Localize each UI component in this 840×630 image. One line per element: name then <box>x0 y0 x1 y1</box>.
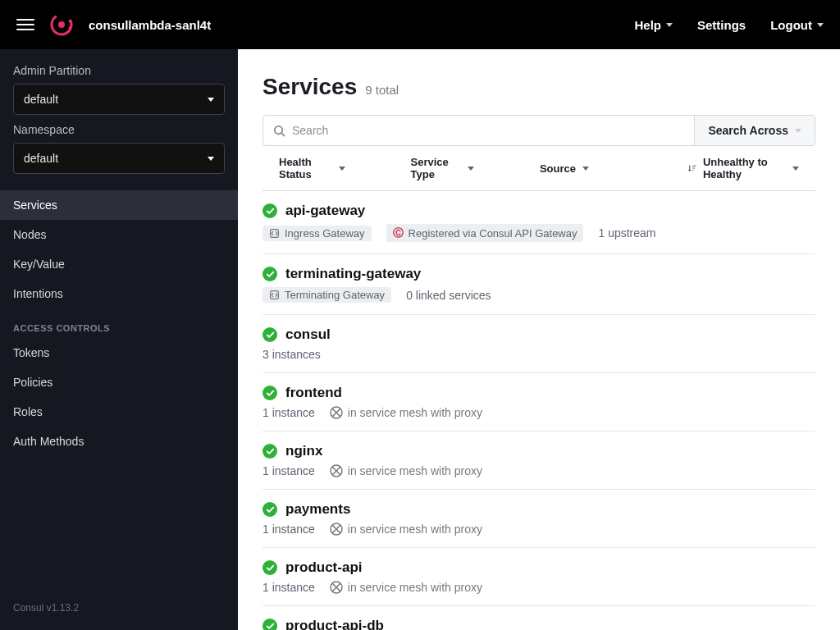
service-row[interactable]: terminating-gatewayTerminating Gateway0 … <box>262 254 815 315</box>
filter-source[interactable]: Source <box>523 162 605 175</box>
chevron-down-icon <box>792 167 799 171</box>
logout-menu[interactable]: Logout <box>770 18 824 32</box>
main-header: Services 9 total Search Across Health St <box>238 49 840 190</box>
service-name: api-gateway <box>285 203 365 219</box>
service-mesh-label: in service mesh with proxy <box>330 581 482 594</box>
service-title-line: product-api-db <box>262 618 815 630</box>
cluster-name[interactable]: consullambda-sanl4t <box>89 18 211 32</box>
namespace-value: default <box>24 152 58 165</box>
topbar-left: consullambda-sanl4t <box>16 12 211 37</box>
service-meta: 1 instancein service mesh with proxy <box>262 581 815 594</box>
service-mesh-label: in service mesh with proxy <box>330 464 482 477</box>
page-title-text: Services <box>262 74 357 100</box>
health-check-passing-icon <box>262 444 277 459</box>
settings-link[interactable]: Settings <box>697 18 746 32</box>
service-title-line: payments <box>262 501 815 518</box>
partition-label: Admin Partition <box>13 64 225 77</box>
sidebar: Admin Partition default Namespace defaul… <box>0 49 238 630</box>
filter-health-status[interactable]: Health Status <box>262 156 362 180</box>
search-input[interactable] <box>285 116 684 145</box>
service-name: frontend <box>285 385 342 401</box>
health-check-passing-icon <box>262 203 277 218</box>
service-mesh-label: in service mesh with proxy <box>330 523 482 536</box>
chevron-down-icon <box>208 157 214 161</box>
sidebar-item-intentions[interactable]: Intentions <box>0 279 238 308</box>
chevron-down-icon <box>795 129 801 133</box>
service-name: consul <box>285 326 331 343</box>
service-instances: 1 instance <box>262 464 315 477</box>
service-row[interactable]: frontend1 instancein service mesh with p… <box>262 373 815 431</box>
sort-dropdown[interactable]: Unhealthy to Healthy <box>671 156 815 180</box>
chevron-down-icon <box>339 167 345 171</box>
help-menu[interactable]: Help <box>634 18 673 32</box>
mesh-icon <box>330 464 343 477</box>
service-row[interactable]: api-gatewayIngress GatewayⒸRegistered vi… <box>262 191 815 254</box>
chevron-down-icon <box>208 98 214 102</box>
page-title: Services 9 total <box>262 74 815 100</box>
sidebar-item-auth-methods[interactable]: Auth Methods <box>0 427 238 456</box>
service-row[interactable]: payments1 instancein service mesh with p… <box>262 490 815 548</box>
sidebar-item-services[interactable]: Services <box>0 190 238 220</box>
health-check-passing-icon <box>262 560 277 575</box>
svg-line-6 <box>281 133 285 136</box>
sort-label: Unhealthy to Healthy <box>703 156 786 180</box>
filter-service-type[interactable]: Service Type <box>395 156 491 180</box>
service-row[interactable]: nginx1 instancein service mesh with prox… <box>262 431 815 490</box>
logout-label: Logout <box>770 18 812 32</box>
health-check-passing-icon <box>262 327 277 342</box>
service-meta: Terminating Gateway0 linked services <box>262 287 815 303</box>
settings-label: Settings <box>697 18 746 32</box>
service-title-line: nginx <box>262 443 815 459</box>
sort-icon <box>687 162 696 174</box>
namespace-label: Namespace <box>13 123 225 136</box>
service-name: product-api <box>285 559 363 576</box>
service-tag-label: Registered via Consul API Gateway <box>409 227 578 240</box>
menu-icon[interactable] <box>16 19 34 30</box>
service-instances: 1 instance <box>262 523 315 536</box>
service-tag-label: Terminating Gateway <box>285 289 385 301</box>
search-across-label: Search Across <box>708 124 788 137</box>
access-controls-heading: ACCESS CONTROLS <box>0 308 238 338</box>
chevron-down-icon <box>582 167 589 171</box>
help-label: Help <box>634 18 661 32</box>
health-check-passing-icon <box>262 502 277 517</box>
sidebar-access-nav: TokensPoliciesRolesAuth Methods <box>0 338 238 456</box>
sidebar-item-key-value[interactable]: Key/Value <box>0 249 238 279</box>
service-row[interactable]: product-api1 instancein service mesh wit… <box>262 548 815 606</box>
chevron-down-icon <box>817 23 824 27</box>
service-name: nginx <box>285 443 322 459</box>
consul-logo-icon[interactable] <box>49 12 74 37</box>
consul-icon: Ⓒ <box>393 226 404 240</box>
health-check-passing-icon <box>262 267 277 281</box>
svg-point-1 <box>58 21 65 28</box>
svg-point-3 <box>71 24 73 26</box>
service-meta: 1 instancein service mesh with proxy <box>262 523 815 536</box>
service-instances: 1 instance <box>262 581 315 594</box>
search-across-dropdown[interactable]: Search Across <box>694 116 815 145</box>
namespace-select[interactable]: default <box>13 143 225 174</box>
sidebar-item-roles[interactable]: Roles <box>0 397 238 427</box>
service-meta: Ingress GatewayⒸRegistered via Consul AP… <box>262 224 815 242</box>
health-check-passing-icon <box>262 386 277 400</box>
service-instances: 1 instance <box>262 406 315 419</box>
sidebar-footer: Consul v1.13.2 <box>0 594 238 622</box>
service-row[interactable]: product-api-db1 instancein service mesh … <box>262 606 815 630</box>
partition-select[interactable]: default <box>13 84 225 115</box>
service-list[interactable]: api-gatewayIngress GatewayⒸRegistered vi… <box>238 191 840 630</box>
service-instances: 3 instances <box>262 348 321 361</box>
svg-point-5 <box>275 126 282 133</box>
service-row[interactable]: consul3 instances <box>262 315 815 373</box>
filter-health-label: Health Status <box>279 156 332 180</box>
mesh-icon <box>330 581 343 594</box>
sidebar-item-policies[interactable]: Policies <box>0 368 238 397</box>
service-name: product-api-db <box>285 618 384 630</box>
sidebar-item-tokens[interactable]: Tokens <box>0 338 238 368</box>
service-tag: Ingress Gateway <box>262 226 372 241</box>
service-meta: 1 instancein service mesh with proxy <box>262 406 815 419</box>
service-tag: ⒸRegistered via Consul API Gateway <box>386 224 584 242</box>
partition-value: default <box>24 93 58 106</box>
sidebar-item-nodes[interactable]: Nodes <box>0 220 238 249</box>
top-bar: consullambda-sanl4t Help Settings Logout <box>0 0 840 49</box>
service-title-line: frontend <box>262 385 815 401</box>
chevron-down-icon <box>666 23 673 27</box>
